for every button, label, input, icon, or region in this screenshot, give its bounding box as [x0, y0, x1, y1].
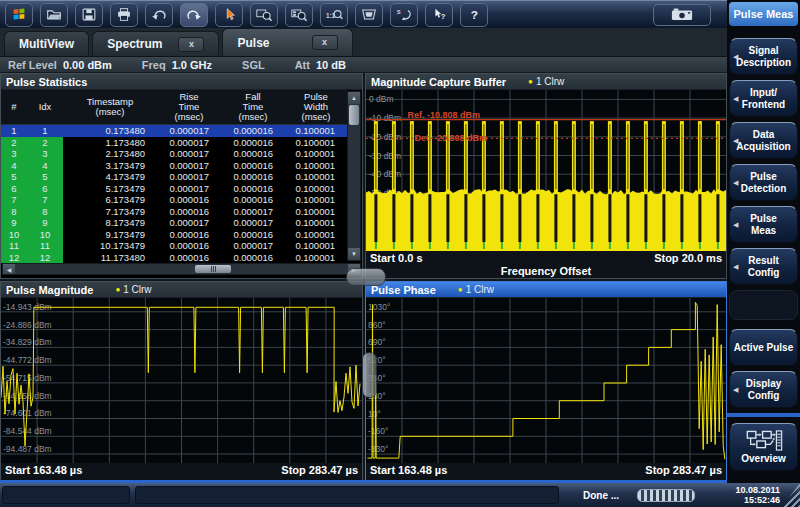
trace-legend: ●1 Clrw — [458, 284, 494, 295]
display-layout-icon[interactable] — [355, 3, 383, 27]
column-header[interactable]: RiseTime(msec) — [157, 90, 221, 124]
softkey-data-acquisition[interactable]: ◀DataAcquisition — [729, 122, 798, 159]
table-row[interactable]: 665.1734790.0000170.0000160.100001 — [1, 183, 347, 195]
table-row[interactable]: 10109.1734790.0000160.0000160.100001 — [1, 229, 347, 241]
softkey-sidebar: Pulse Meas ◀SignalDescription◀Input/Fron… — [727, 0, 800, 483]
pulse-phase-title[interactable]: Pulse Phase ●1 Clrw — [366, 282, 726, 298]
table-cell: 9.173479 — [63, 229, 157, 241]
softkey-active-pulse[interactable]: Active Pulse — [729, 329, 798, 366]
tab-pulse[interactable]: Pulsex — [222, 28, 352, 56]
status-done-label: Done ... — [583, 490, 619, 501]
svg-text:?: ? — [441, 12, 446, 21]
scroll-down-icon[interactable]: ▼ — [348, 248, 360, 260]
softkey-display-config[interactable]: ◀DisplayConfig — [729, 371, 798, 408]
continuous-sweep-icon[interactable]: S — [390, 3, 418, 27]
table-row[interactable]: 332.1734800.0000170.0000160.100001 — [1, 148, 347, 160]
softkey-pulse-meas[interactable]: ◀PulseMeas — [729, 206, 798, 243]
table-cell: 0.000017 — [157, 125, 221, 137]
svg-text:0 dBm: 0 dBm — [369, 94, 394, 104]
tab-multiview[interactable]: MultiView — [4, 31, 89, 56]
magnitude-capture-title[interactable]: Magnitude Capture Buffer ●1 Clrw — [366, 74, 726, 90]
softkey-pulse-detection[interactable]: ◀PulseDetection — [729, 164, 798, 201]
softkey-arrow-icon: ◀ — [733, 53, 738, 61]
softkey-signal-description[interactable]: ◀SignalDescription — [729, 38, 798, 75]
table-cell: 0.173480 — [63, 125, 157, 137]
tab-label: Pulse — [237, 36, 269, 50]
windows-logo-icon[interactable] — [5, 3, 33, 27]
table-row[interactable]: 111110.1734790.0000160.0000170.100001 — [1, 240, 347, 252]
open-file-icon[interactable] — [40, 3, 68, 27]
table-cell: 1 — [27, 125, 63, 137]
table-cell: 10 — [27, 229, 63, 241]
save-icon[interactable] — [75, 3, 103, 27]
vertical-scrollbar[interactable]: ▲ ▼ — [347, 91, 361, 261]
table-row[interactable]: 110.1734800.0000170.0000160.100001 — [1, 125, 347, 137]
table-row[interactable]: 776.1734790.0000160.0000160.100001 — [1, 194, 347, 206]
table-row[interactable]: 554.1734790.0000170.0000160.100001 — [1, 171, 347, 183]
table-cell: 11 — [27, 240, 63, 252]
table-cell: 5 — [1, 171, 27, 183]
overview-flow-icon — [745, 430, 783, 451]
zoom-icon[interactable] — [250, 3, 278, 27]
softkey-overview[interactable]: Overview — [729, 423, 798, 471]
svg-text:-24.886 dBm: -24.886 dBm — [3, 320, 52, 330]
table-cell: 0.000017 — [157, 217, 221, 229]
table-cell: 0.000016 — [157, 252, 221, 264]
table-cell: 0.000016 — [221, 229, 285, 241]
table-header: #IdxTimestamp(msec)RiseTime(msec)FallTim… — [1, 90, 347, 125]
table-cell: 11.173480 — [63, 252, 157, 264]
svg-text:Det. -20.808 dBm: Det. -20.808 dBm — [415, 133, 488, 143]
context-help-icon[interactable]: ? — [425, 3, 453, 27]
table-cell: 0.000016 — [157, 194, 221, 206]
undo-icon[interactable] — [145, 3, 173, 27]
table-row[interactable]: 887.1734790.0000160.0000170.100001 — [1, 206, 347, 218]
help-icon[interactable]: ? — [460, 3, 488, 27]
table-cell: 9 — [1, 217, 27, 229]
vscroll-thumb[interactable] — [349, 105, 359, 125]
magnitude-chart[interactable]: -14.943 dBm-24.886 dBm-34.829 dBm-44.772… — [1, 298, 362, 463]
column-header[interactable]: PulseWidth(msec) — [285, 90, 347, 124]
column-header[interactable]: Timestamp(msec) — [63, 90, 157, 124]
table-cell: 0.100001 — [285, 217, 347, 229]
softkey-arrow-icon: ◀ — [733, 179, 738, 187]
horizontal-scrollbar[interactable]: ◀ ▶ — [2, 263, 361, 275]
softkey-input-frontend[interactable]: ◀Input/Frontend — [729, 80, 798, 117]
column-header[interactable]: # — [1, 90, 27, 124]
select-pointer-icon[interactable] — [215, 3, 243, 27]
pulse-statistics-title[interactable]: Pulse Statistics — [1, 74, 362, 90]
table-cell: 1.173480 — [63, 137, 157, 149]
tab-close-icon[interactable]: x — [178, 37, 204, 52]
table-row[interactable]: 221.1734800.0000170.0000160.100001 — [1, 137, 347, 149]
zoom-settings-icon[interactable] — [285, 3, 313, 27]
tab-close-icon[interactable]: x — [312, 35, 338, 50]
table-cell: 5.173479 — [63, 183, 157, 195]
pulse-magnitude-title[interactable]: Pulse Magnitude ●1 Clrw — [1, 282, 362, 298]
scroll-left-icon[interactable]: ◀ — [3, 264, 15, 274]
softkey-arrow-icon: ◀ — [733, 386, 738, 394]
phase-chart[interactable]: 1030°860°690°520°350°180°10°-160°-330° — [366, 298, 726, 463]
print-icon[interactable] — [110, 3, 138, 27]
softkey-result-config[interactable]: ◀ResultConfig — [729, 248, 798, 285]
hscroll-thumb[interactable] — [195, 265, 231, 273]
table-cell: 0.100001 — [285, 171, 347, 183]
camera-icon — [671, 8, 693, 21]
redo-icon[interactable] — [180, 3, 208, 27]
table-row[interactable]: 998.1734790.0000170.0000170.100001 — [1, 217, 347, 229]
table-row[interactable]: 121211.1734800.0000160.0000160.100001 — [1, 252, 347, 264]
svg-text:1030°: 1030° — [368, 302, 390, 312]
splitter-handle-horizontal[interactable] — [346, 268, 386, 286]
column-header[interactable]: FallTime(msec) — [221, 90, 285, 124]
pulse-meas-header[interactable]: Pulse Meas — [729, 2, 798, 26]
table-row[interactable]: 443.1734790.0000170.0000160.100001 — [1, 160, 347, 172]
resize-grip-icon[interactable] — [782, 483, 800, 507]
zoom-1to1-icon[interactable]: 1:1 — [320, 3, 348, 27]
table-cell: 0.000016 — [221, 183, 285, 195]
scroll-up-icon[interactable]: ▲ — [348, 92, 360, 104]
tab-spectrum[interactable]: Spectrumx — [92, 31, 219, 56]
capture-chart[interactable]: 0 dBm-10 dBm-20 dBm-30 dBm-40 dBm-50 dBm… — [366, 90, 726, 251]
splitter-handle-vertical[interactable] — [362, 352, 377, 398]
progress-bar — [637, 489, 695, 502]
column-header[interactable]: Idx — [27, 90, 63, 124]
svg-text:-94.487 dBm: -94.487 dBm — [3, 444, 52, 454]
screenshot-button[interactable] — [653, 4, 711, 26]
